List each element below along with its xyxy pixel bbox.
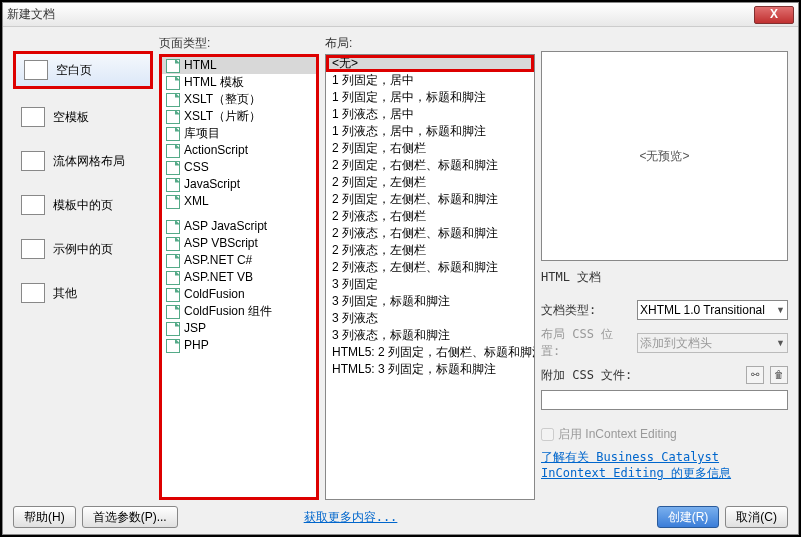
- list-item[interactable]: 2 列固定，左侧栏: [326, 174, 534, 191]
- list-item[interactable]: JSP: [162, 320, 316, 337]
- close-button[interactable]: X: [754, 6, 794, 24]
- sidebar: 空白页空模板流体网格布局模板中的页示例中的页其他: [13, 35, 153, 500]
- document-icon: [166, 93, 180, 107]
- list-item-label: 3 列液态，标题和脚注: [332, 328, 450, 343]
- list-item[interactable]: CSS: [162, 159, 316, 176]
- attach-css-field[interactable]: [541, 390, 788, 410]
- sidebar-item-sample-page[interactable]: 示例中的页: [13, 233, 153, 265]
- doctype-row: 文档类型: XHTML 1.0 Transitional ▼: [541, 300, 788, 320]
- document-icon: [166, 110, 180, 124]
- list-item[interactable]: HTML5: 3 列固定，标题和脚注: [326, 361, 534, 378]
- list-item[interactable]: 2 列液态，右侧栏: [326, 208, 534, 225]
- list-item[interactable]: ASP VBScript: [162, 235, 316, 252]
- list-item-label: 3 列固定: [332, 277, 378, 292]
- list-item[interactable]: HTML: [162, 57, 316, 74]
- attach-label-row: 附加 CSS 文件: ⚯ 🗑: [541, 366, 788, 384]
- list-item[interactable]: 2 列固定，左侧栏、标题和脚注: [326, 191, 534, 208]
- preview-text: <无预览>: [639, 148, 689, 165]
- document-icon: [166, 254, 180, 268]
- list-item-label: 2 列液态，左侧栏: [332, 243, 426, 258]
- right-column: <无预览> HTML 文档 文档类型: XHTML 1.0 Transition…: [541, 35, 788, 500]
- list-item[interactable]: 3 列固定: [326, 276, 534, 293]
- list-item[interactable]: HTML5: 2 列固定，右侧栏、标题和脚注: [326, 344, 534, 361]
- create-button[interactable]: 创建(R): [657, 506, 720, 528]
- list-item[interactable]: 库项目: [162, 125, 316, 142]
- footer: 帮助(H) 首选参数(P)... 获取更多内容... 创建(R) 取消(C): [13, 500, 788, 528]
- list-item[interactable]: 1 列液态，居中，标题和脚注: [326, 123, 534, 140]
- list-item[interactable]: ColdFusion: [162, 286, 316, 303]
- list-item[interactable]: 2 列液态，左侧栏、标题和脚注: [326, 259, 534, 276]
- list-item-label: ASP.NET C#: [184, 253, 252, 268]
- list-item-label: XML: [184, 194, 209, 209]
- document-icon: [166, 127, 180, 141]
- list-item[interactable]: ASP JavaScript: [162, 218, 316, 235]
- list-item[interactable]: 2 列固定，右侧栏: [326, 140, 534, 157]
- link-icon[interactable]: ⚯: [746, 366, 764, 384]
- list-item[interactable]: 2 列液态，左侧栏: [326, 242, 534, 259]
- list-item[interactable]: 3 列液态: [326, 310, 534, 327]
- list-item[interactable]: 1 列固定，居中，标题和脚注: [326, 89, 534, 106]
- sidebar-item-blank-page[interactable]: 空白页: [13, 51, 153, 89]
- document-icon: [166, 271, 180, 285]
- list-item[interactable]: XSLT（整页）: [162, 91, 316, 108]
- list-item[interactable]: PHP: [162, 337, 316, 354]
- list-item[interactable]: ASP.NET VB: [162, 269, 316, 286]
- document-icon: [166, 237, 180, 251]
- list-item[interactable]: JavaScript: [162, 176, 316, 193]
- list-item[interactable]: ColdFusion 组件: [162, 303, 316, 320]
- sidebar-item-fluid-grid[interactable]: 流体网格布局: [13, 145, 153, 177]
- document-icon: [166, 161, 180, 175]
- css-pos-row: 布局 CSS 位置: 添加到文档头 ▼: [541, 326, 788, 360]
- list-item-label: HTML 模板: [184, 75, 244, 90]
- sidebar-item-label: 其他: [53, 285, 77, 302]
- list-item-label: 1 列液态，居中，标题和脚注: [332, 124, 486, 139]
- attach-css-label: 附加 CSS 文件:: [541, 367, 632, 384]
- prefs-button[interactable]: 首选参数(P)...: [82, 506, 178, 528]
- list-item[interactable]: 2 列固定，右侧栏、标题和脚注: [326, 157, 534, 174]
- list-item-label: 1 列固定，居中: [332, 73, 414, 88]
- list-item-label: 2 列固定，左侧栏: [332, 175, 426, 190]
- cancel-button[interactable]: 取消(C): [725, 506, 788, 528]
- list-item[interactable]: ActionScript: [162, 142, 316, 159]
- document-icon: [166, 322, 180, 336]
- list-item-label: ASP JavaScript: [184, 219, 267, 234]
- trash-icon[interactable]: 🗑: [770, 366, 788, 384]
- doctype-value: XHTML 1.0 Transitional: [640, 303, 765, 317]
- layout-header: 布局:: [325, 35, 535, 52]
- sidebar-item-label: 示例中的页: [53, 241, 113, 258]
- document-icon: [166, 178, 180, 192]
- list-item-label: JavaScript: [184, 177, 240, 192]
- page-type-column: 页面类型: HTMLHTML 模板XSLT（整页）XSLT（片断）库项目Acti…: [159, 35, 319, 500]
- incontext-link[interactable]: 了解有关 Business Catalyst InContext Editing…: [541, 449, 788, 481]
- list-item-label: 1 列液态，居中: [332, 107, 414, 122]
- list-item-label: HTML: [184, 58, 217, 73]
- doctype-select[interactable]: XHTML 1.0 Transitional ▼: [637, 300, 788, 320]
- layout-list[interactable]: <无>1 列固定，居中1 列固定，居中，标题和脚注1 列液态，居中1 列液态，居…: [325, 54, 535, 500]
- list-item[interactable]: 2 列液态，右侧栏、标题和脚注: [326, 225, 534, 242]
- help-button[interactable]: 帮助(H): [13, 506, 76, 528]
- chevron-down-icon: ▼: [776, 338, 785, 348]
- list-item[interactable]: 3 列固定，标题和脚注: [326, 293, 534, 310]
- list-item-label: 3 列液态: [332, 311, 378, 326]
- list-item-label: 2 列液态，右侧栏、标题和脚注: [332, 226, 498, 241]
- more-content-link[interactable]: 获取更多内容...: [304, 509, 398, 525]
- sidebar-item-blank-template[interactable]: 空模板: [13, 101, 153, 133]
- document-icon: [166, 195, 180, 209]
- chevron-down-icon: ▼: [776, 305, 785, 315]
- page-type-list[interactable]: HTMLHTML 模板XSLT（整页）XSLT（片断）库项目ActionScri…: [159, 54, 319, 500]
- list-item-label: <无>: [332, 56, 358, 71]
- dialog-body: 空白页空模板流体网格布局模板中的页示例中的页其他 页面类型: HTMLHTML …: [3, 27, 798, 534]
- list-item-label: ASP.NET VB: [184, 270, 253, 285]
- sidebar-item-other[interactable]: 其他: [13, 277, 153, 309]
- list-item[interactable]: HTML 模板: [162, 74, 316, 91]
- sidebar-item-template-page[interactable]: 模板中的页: [13, 189, 153, 221]
- list-item[interactable]: 1 列固定，居中: [326, 72, 534, 89]
- list-item[interactable]: XML: [162, 193, 316, 210]
- list-item[interactable]: 3 列液态，标题和脚注: [326, 327, 534, 344]
- list-item-label: 1 列固定，居中，标题和脚注: [332, 90, 486, 105]
- list-item[interactable]: <无>: [326, 55, 534, 72]
- page-icon: [21, 283, 45, 303]
- list-item[interactable]: ASP.NET C#: [162, 252, 316, 269]
- list-item[interactable]: 1 列液态，居中: [326, 106, 534, 123]
- list-item[interactable]: XSLT（片断）: [162, 108, 316, 125]
